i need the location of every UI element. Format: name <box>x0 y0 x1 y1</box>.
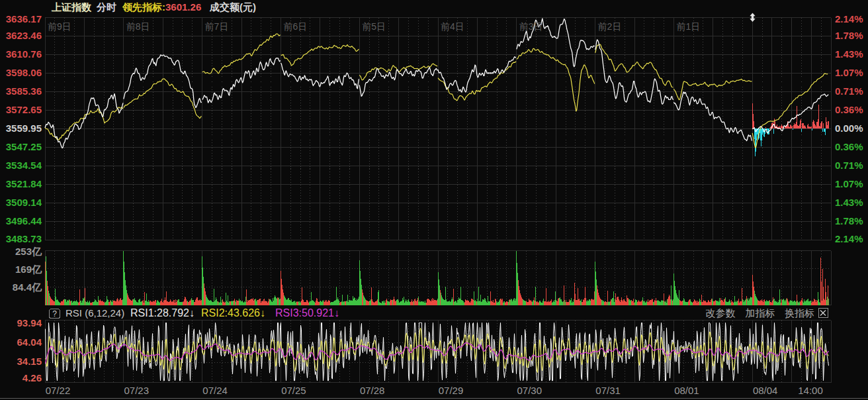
svg-text:前5日: 前5日 <box>362 21 386 32</box>
svg-text:07/31: 07/31 <box>595 385 621 396</box>
svg-text:3509.14: 3509.14 <box>6 197 42 208</box>
svg-text:3534.54: 3534.54 <box>6 160 42 171</box>
svg-text:3623.46: 3623.46 <box>6 30 42 41</box>
svg-text:07/25: 07/25 <box>281 385 306 396</box>
svg-text:84.4亿: 84.4亿 <box>13 281 42 293</box>
svg-text:1.43%: 1.43% <box>835 48 863 60</box>
svg-text:07/24: 07/24 <box>202 385 228 396</box>
svg-text:前4日: 前4日 <box>441 21 464 32</box>
svg-text:RSI2:43.626↓: RSI2:43.626↓ <box>201 307 265 319</box>
svg-text:前1日: 前1日 <box>676 21 700 32</box>
svg-text:3585.36: 3585.36 <box>6 85 42 97</box>
svg-text:3598.06: 3598.06 <box>6 67 42 78</box>
svg-text:换指标: 换指标 <box>785 307 814 319</box>
svg-text:前8日: 前8日 <box>126 21 150 32</box>
svg-text:169亿: 169亿 <box>15 264 42 275</box>
svg-text:253亿: 253亿 <box>15 246 42 257</box>
svg-text:0.71%: 0.71% <box>835 160 863 171</box>
svg-text:1.07%: 1.07% <box>835 178 863 189</box>
svg-text:前2日: 前2日 <box>598 21 622 32</box>
svg-text:07/23: 07/23 <box>124 385 150 396</box>
svg-text:3547.25: 3547.25 <box>6 141 42 152</box>
svg-text:分时: 分时 <box>96 1 116 13</box>
svg-text:加指标: 加指标 <box>746 307 775 319</box>
svg-text:1.78%: 1.78% <box>835 215 863 226</box>
svg-text:4.26: 4.26 <box>22 372 42 383</box>
svg-text:08/04: 08/04 <box>753 385 778 396</box>
svg-text:3496.44: 3496.44 <box>6 215 42 226</box>
svg-text:前9日: 前9日 <box>48 21 71 32</box>
svg-text:RSI3:50.921↓: RSI3:50.921↓ <box>275 307 339 319</box>
svg-text:1.78%: 1.78% <box>835 30 863 41</box>
svg-text:07/28: 07/28 <box>360 385 385 396</box>
svg-text:0.36%: 0.36% <box>835 104 863 115</box>
svg-text:?: ? <box>52 309 57 319</box>
svg-text:93.94: 93.94 <box>17 317 42 328</box>
svg-text:34.15: 34.15 <box>17 356 42 367</box>
svg-text:64.04: 64.04 <box>17 336 42 348</box>
svg-text:2.14%: 2.14% <box>835 13 863 25</box>
svg-text:RSI1:28.792↓: RSI1:28.792↓ <box>130 307 195 319</box>
svg-text:08/01: 08/01 <box>674 385 699 396</box>
svg-text:07/30: 07/30 <box>517 385 542 396</box>
svg-text:2.14%: 2.14% <box>835 233 863 244</box>
svg-text:领先指标:: 领先指标: <box>122 1 165 13</box>
svg-text:3610.76: 3610.76 <box>6 48 42 60</box>
svg-text:前7日: 前7日 <box>205 21 229 32</box>
svg-text:上证指数: 上证指数 <box>51 1 92 13</box>
svg-text:1.07%: 1.07% <box>835 67 863 78</box>
svg-text:改参数: 改参数 <box>706 307 736 319</box>
svg-text:3572.65: 3572.65 <box>6 104 42 115</box>
svg-text:0.36%: 0.36% <box>835 141 863 152</box>
svg-text:3601.26: 3601.26 <box>165 1 201 13</box>
svg-text:3483.73: 3483.73 <box>6 233 42 244</box>
svg-text:14:00: 14:00 <box>798 385 823 396</box>
svg-text:成交额(元): 成交额(元) <box>209 1 256 13</box>
svg-text:0.71%: 0.71% <box>835 85 863 97</box>
svg-text:3521.84: 3521.84 <box>6 178 42 189</box>
svg-text:3636.17: 3636.17 <box>6 13 42 25</box>
svg-text:前3日: 前3日 <box>519 21 543 32</box>
svg-text:07/22: 07/22 <box>46 385 71 396</box>
svg-text:前6日: 前6日 <box>283 21 307 32</box>
svg-text:1.43%: 1.43% <box>835 197 863 208</box>
svg-text:0.00%: 0.00% <box>835 123 863 134</box>
svg-text:RSI (6,12,24): RSI (6,12,24) <box>65 307 124 319</box>
svg-text:3559.95: 3559.95 <box>6 123 42 134</box>
svg-text:07/29: 07/29 <box>439 385 464 396</box>
